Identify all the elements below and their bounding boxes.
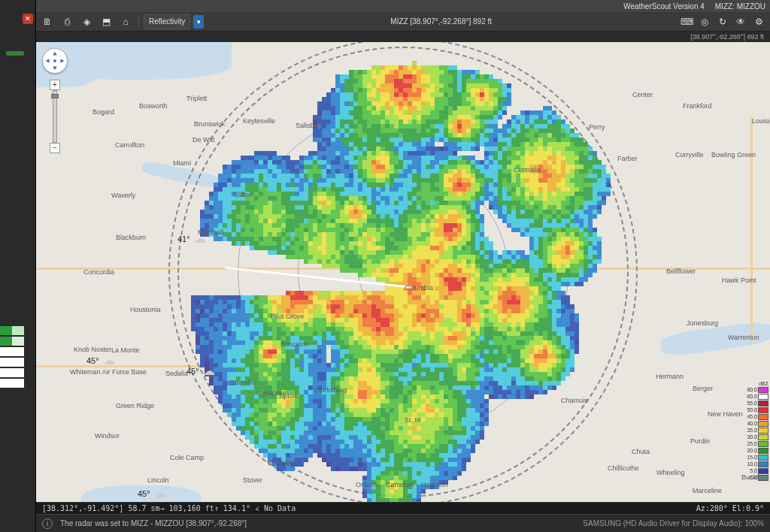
footer-bar: i The radar was set to MIZZ - MIZZOU [38… — [36, 514, 770, 532]
city-label: Otterville — [229, 379, 256, 386]
zoom-slider[interactable] — [53, 90, 57, 143]
city-label: Chamois — [561, 397, 588, 404]
weather-icon: ☁ — [103, 353, 115, 367]
swatch[interactable] — [0, 368, 24, 377]
city-label: Perry — [589, 123, 605, 131]
temp-label: 45° — [138, 489, 150, 498]
city-label: Houstonia — [130, 306, 161, 313]
city-label: Carrollton — [115, 141, 144, 149]
temp-label: 41° — [177, 234, 190, 243]
swatch[interactable] — [0, 347, 24, 356]
info-icon[interactable]: i — [42, 518, 53, 529]
city-label: Knob Noster — [74, 346, 111, 353]
status-right: Az:280° El:0.9° — [696, 504, 764, 512]
city-label: Marceline — [693, 487, 722, 494]
legend-row: 40.0 — [740, 420, 768, 427]
zoom-in-button[interactable]: + — [50, 80, 60, 90]
svg-marker-3 — [61, 59, 65, 63]
product-caret-icon[interactable]: ▾ — [193, 15, 204, 29]
city-label: Brunswick — [194, 120, 225, 128]
temp-label: 45° — [186, 367, 199, 376]
city-label: Blackburn — [116, 234, 146, 241]
app-title: WeatherScout Version 4 — [623, 2, 705, 11]
home-icon[interactable]: ⌂ — [117, 14, 134, 29]
city-label: Cameron — [386, 481, 414, 488]
legend-row: 55.0 — [740, 400, 768, 407]
status-left: [38.312°,-91.492°] 58.7 sm→ 103,160 ft↑ … — [42, 504, 296, 512]
city-label: Clarksburg — [314, 386, 347, 394]
city-label: Versailles — [267, 459, 296, 467]
eye-icon[interactable]: 👁 — [732, 14, 749, 29]
audio-device: SAMSUNG (HD Audio Driver for Display Aud… — [583, 519, 764, 527]
city-label: Cole Camp — [170, 454, 204, 461]
city-label: Bosworth — [139, 102, 168, 110]
city-label: Frankford — [683, 102, 712, 110]
indicator — [6, 51, 24, 56]
city-label: Keytesville — [243, 117, 275, 125]
city-label: Wheeling — [656, 469, 685, 476]
legend-row: 15.0 — [740, 454, 768, 461]
layers-icon[interactable]: ◈ — [78, 14, 95, 29]
toolbar: 🗎 ⎙ ◈ ⬒ ⌂ Reflectivity ▾ MIZZ [38.907°,-… — [36, 12, 770, 32]
city-label: Bogard — [92, 108, 114, 116]
dbz-legend: dBZ 80.060.055.050.045.040.035.030.025.0… — [740, 381, 768, 481]
city-label: Purdin — [690, 437, 710, 445]
swatch[interactable] — [0, 337, 24, 346]
city-label: Osborn — [356, 481, 378, 488]
city-label: Centralia — [514, 166, 541, 174]
weather-icon: ☁ — [154, 486, 166, 500]
temp-label: 45° — [86, 356, 99, 365]
legend-row: 35.0 — [740, 427, 768, 434]
refresh-icon[interactable]: ↻ — [714, 14, 731, 29]
close-icon[interactable]: ✕ — [23, 14, 33, 24]
svg-marker-0 — [53, 52, 57, 56]
zoom-out-button[interactable]: − — [50, 143, 60, 153]
city-label: Berger — [693, 385, 713, 392]
site-code: MIZZ: MIZZOU — [715, 2, 765, 11]
pan-control[interactable] — [42, 48, 68, 74]
city-label: Tipton — [278, 392, 297, 400]
city-label: St. M — [405, 416, 420, 424]
city-label: Center — [632, 91, 653, 98]
city-label: Bowling Green — [711, 151, 756, 159]
swatch[interactable] — [0, 326, 24, 335]
side-panel: ✕ — [0, 0, 36, 532]
keyboard-icon[interactable]: ⌨ — [678, 14, 695, 29]
city-label: Bunceton — [280, 340, 309, 348]
info-strip: [38.907°,-92.268°] 892 ft — [36, 32, 770, 42]
city-label: Waverly — [111, 192, 135, 199]
legend-row: -5.0 — [740, 474, 768, 481]
map-view[interactable]: TriplettBosworthBrunswickKeytesvilleSali… — [36, 42, 770, 502]
city-label: Pilot Grove — [271, 313, 305, 320]
product-selector[interactable]: Reflectivity — [144, 14, 190, 29]
city-label: Miami — [173, 159, 191, 167]
legend-row: 45.0 — [740, 413, 768, 420]
swatch[interactable] — [0, 379, 24, 388]
swatch-list — [0, 326, 24, 389]
settings-icon[interactable]: ⚙ — [750, 14, 767, 29]
svg-marker-1 — [53, 67, 57, 71]
city-label: Slater — [234, 191, 252, 198]
city-label: Bellflower — [666, 268, 696, 275]
legend-row: 20.0 — [740, 447, 768, 454]
toolbar-center-label: MIZZ [38.907°,-92.268°] 892 ft — [207, 17, 675, 26]
save-icon[interactable]: 🗎 — [39, 14, 56, 29]
svg-point-4 — [53, 59, 56, 62]
city-label: Chuta — [632, 448, 650, 455]
zoom-control[interactable]: + − — [50, 80, 60, 153]
weather-icon: ☁ — [194, 231, 206, 246]
city-label: Sedalia — [165, 370, 188, 377]
swatch[interactable] — [0, 358, 24, 367]
city-label: Salisbury — [296, 122, 323, 129]
legend-row: 25.0 — [740, 440, 768, 447]
legend-title: dBZ — [740, 381, 768, 386]
legend-row: 50.0 — [740, 407, 768, 413]
city-label: Farber — [617, 155, 638, 162]
drop-icon[interactable]: ⬒ — [98, 14, 114, 29]
target-icon[interactable]: ◎ — [696, 14, 713, 29]
legend-row: 30.0 — [740, 434, 768, 440]
city-label: Warrenton — [728, 334, 759, 341]
print-icon[interactable]: ⎙ — [59, 14, 75, 29]
legend-row: 10.0 — [740, 461, 768, 467]
weather-icon: ☁ — [203, 364, 215, 378]
